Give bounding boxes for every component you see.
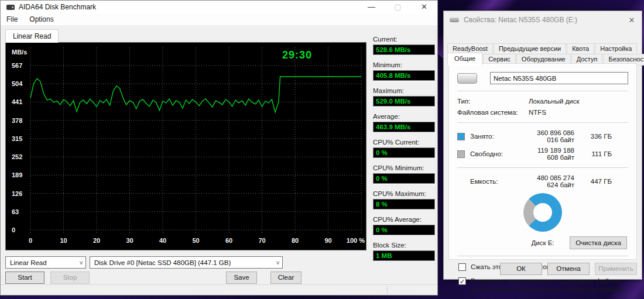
drive-properties-dialog: Свойства: Netac N535S 480GB (E:) ✕ Ready…: [443, 11, 642, 280]
stop-button[interactable]: Stop: [50, 271, 90, 284]
stat-label: CPU% Maximum:: [373, 190, 435, 197]
disk-drive-value: Disk Drive #0 [Netac SSD 480GB] (447.1 G…: [94, 259, 231, 266]
benchmark-chart-svg: 5675044413783152521891266300102030405060…: [6, 43, 366, 250]
stat-label: CPU% Average:: [373, 216, 435, 223]
stat-label: Minimum:: [373, 61, 435, 68]
svg-text:504: 504: [12, 80, 23, 87]
dialog-titlebar: Свойства: Netac N535S 480GB (E:) ✕: [444, 11, 642, 29]
svg-text:80: 80: [292, 237, 299, 244]
stat-value: 0 %: [373, 173, 435, 184]
stat-label: Maximum:: [373, 87, 435, 94]
aida64-menubar: File Options: [1, 13, 437, 25]
disk-cleanup-button[interactable]: Очистка диска: [570, 236, 627, 249]
used-label: Занято:: [470, 133, 529, 140]
svg-text:30: 30: [126, 237, 133, 244]
svg-text:189: 189: [12, 171, 22, 178]
menu-options[interactable]: Options: [23, 15, 59, 23]
free-label: Свободно:: [470, 150, 529, 157]
tab-previous-versions[interactable]: Предыдущие версии: [494, 43, 566, 54]
filesystem-label: Файловая система:: [457, 109, 529, 116]
start-button[interactable]: Start: [5, 271, 44, 284]
aida64-window: AIDA64 Disk Benchmark — ▢ ✕ File Options…: [0, 0, 438, 295]
divider: [457, 122, 628, 123]
svg-text:40: 40: [159, 237, 166, 244]
clear-button[interactable]: Clear: [270, 271, 302, 284]
type-value: Локальный диск: [529, 98, 579, 105]
save-button[interactable]: Save: [226, 271, 257, 284]
apply-button[interactable]: Применить: [595, 263, 637, 275]
tab-linear-read[interactable]: Linear Read: [5, 29, 59, 43]
capacity-size: 447 ГБ: [574, 178, 612, 185]
svg-text:10: 10: [60, 237, 67, 244]
used-size: 336 ГБ: [574, 133, 612, 140]
aida64-app-icon: [6, 5, 15, 10]
tab-customize[interactable]: Настройка: [595, 43, 637, 54]
stat-value: 0 %: [373, 147, 435, 158]
dialog-tabs: ReadyBoost Предыдущие версии Квота Настр…: [447, 43, 638, 66]
free-size: 111 ГБ: [574, 150, 612, 157]
used-space-swatch: [457, 133, 465, 140]
stat-value: 463.9 MB/s: [373, 122, 435, 132]
stat-label: Average:: [373, 113, 435, 120]
capacity-bytes: 480 085 274 624 байт: [529, 174, 574, 188]
tab-quota[interactable]: Квота: [567, 43, 594, 54]
svg-text:252: 252: [12, 153, 22, 160]
divider: [457, 167, 628, 168]
used-bytes: 360 896 086 016 байт: [529, 129, 574, 143]
drive-icon: [450, 18, 459, 22]
drive-icon: [457, 73, 477, 84]
cancel-button[interactable]: Отмена: [547, 263, 590, 275]
benchmark-type-select[interactable]: Linear Read ˅: [5, 256, 86, 269]
type-label: Тип:: [457, 98, 529, 105]
stat-value: 8 %: [373, 199, 435, 209]
svg-text:20: 20: [93, 237, 100, 244]
svg-text:0: 0: [12, 226, 15, 233]
close-icon[interactable]: ✕: [622, 16, 642, 25]
compress-checkbox[interactable]: [458, 263, 466, 271]
free-space-swatch: [457, 150, 465, 158]
general-tab-content: Тип: Локальный диск Файловая система: NT…: [448, 63, 637, 260]
svg-text:126: 126: [12, 190, 22, 197]
filesystem-value: NTFS: [529, 109, 546, 116]
divider: [457, 256, 628, 256]
dialog-title: Свойства: Netac N535S 480GB (E:): [464, 16, 577, 24]
chevron-down-icon: ˅: [276, 259, 280, 266]
stat-value: 529.0 MB/s: [373, 96, 435, 106]
index-checkbox[interactable]: ✓: [458, 277, 466, 285]
divider: [457, 91, 628, 91]
svg-text:441: 441: [12, 98, 22, 105]
stat-value: 528.6 MB/s: [373, 44, 435, 55]
index-checkbox-label: Разрешить индексировать содержимое файло…: [471, 277, 628, 293]
svg-text:63: 63: [12, 208, 19, 215]
minimize-icon[interactable]: —: [358, 1, 385, 13]
capacity-donut-chart: [523, 193, 562, 232]
stat-label: Current:: [373, 36, 435, 43]
svg-text:100 %: 100 %: [347, 237, 365, 244]
svg-text:0: 0: [29, 237, 32, 244]
svg-text:70: 70: [258, 237, 265, 244]
svg-text:90: 90: [324, 237, 331, 244]
elapsed-timer: 29:30: [282, 49, 312, 61]
stat-label: CPU% Current:: [373, 139, 435, 146]
status-bar: [1, 284, 437, 295]
status-bar-divider: [387, 286, 388, 294]
svg-text:378: 378: [12, 117, 22, 124]
close-icon[interactable]: ✕: [411, 1, 437, 13]
volume-label-input[interactable]: [490, 72, 628, 84]
menu-file[interactable]: File: [1, 15, 23, 23]
svg-text:315: 315: [12, 135, 22, 142]
svg-text:60: 60: [225, 237, 232, 244]
aida64-titlebar: AIDA64 Disk Benchmark — ▢ ✕: [1, 1, 437, 13]
stat-label: Block Size:: [373, 242, 435, 249]
stat-label: CPU% Minimum:: [373, 164, 435, 171]
maximize-icon[interactable]: ▢: [385, 1, 411, 13]
ok-button[interactable]: ОК: [500, 263, 542, 275]
benchmark-chart: 5675044413783152521891266300102030405060…: [5, 42, 366, 250]
tab-general[interactable]: Общие: [447, 53, 482, 66]
svg-text:50: 50: [192, 237, 199, 244]
capacity-label: Емкость:: [470, 178, 529, 185]
stats-panel: Current: 528.6 MB/s Minimum: 405.8 MB/s …: [373, 36, 435, 267]
disk-drive-select[interactable]: Disk Drive #0 [Netac SSD 480GB] (447.1 G…: [90, 256, 283, 269]
benchmark-type-value: Linear Read: [10, 259, 47, 266]
aida64-window-title: AIDA64 Disk Benchmark: [19, 3, 96, 11]
